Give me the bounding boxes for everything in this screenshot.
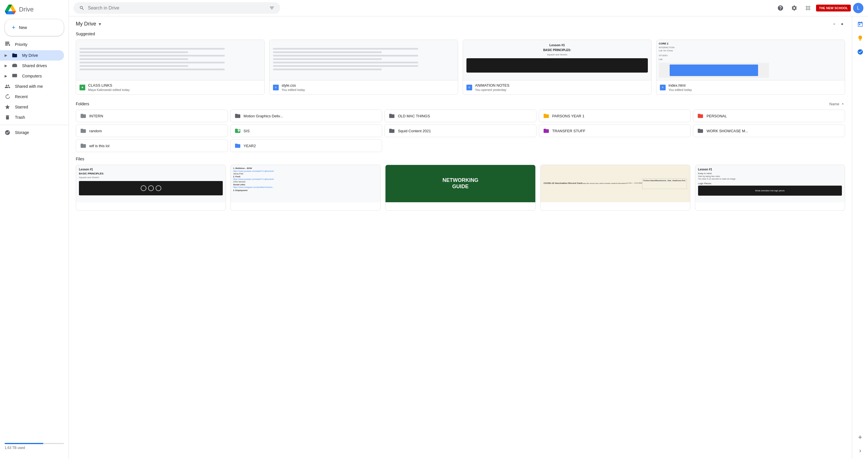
folder-transfer[interactable]: TRANSFER STUFF bbox=[539, 125, 691, 137]
storage-used-label: 1.63 TB used bbox=[5, 446, 64, 450]
folder-work-showcase[interactable]: WORK SHOWCASE M... bbox=[693, 125, 845, 137]
file-thumb-preview-networking: NETWORKINGGUIDE bbox=[385, 165, 535, 202]
search-input[interactable] bbox=[88, 5, 266, 11]
folder-squid[interactable]: Squid Content 2021 bbox=[384, 125, 536, 137]
file-thumb-5[interactable]: Lesson #1 Keep in mind: Start by taking … bbox=[695, 165, 845, 210]
new-button[interactable]: + New bbox=[5, 19, 64, 36]
files-grid: Lesson #1 BASIC PRINCIPLES: Squash and S… bbox=[76, 165, 845, 210]
suggested-grid: ✦ CLASS LINKS Maya Kalinowski edited tod… bbox=[76, 40, 845, 95]
trash-icon bbox=[5, 114, 10, 120]
file-card-preview-2 bbox=[270, 40, 458, 80]
file-card-index-html[interactable]: CORE 2 INTERACTION: Lok Yin Chow STUDIO:… bbox=[656, 40, 845, 95]
right-panel-next-icon[interactable] bbox=[855, 445, 866, 457]
folder-sis[interactable]: SIS bbox=[230, 125, 382, 137]
file-card-info-2: ≡ style.css You edited today bbox=[270, 80, 458, 94]
folders-section-title: Folders bbox=[76, 102, 89, 106]
file-card-style-css[interactable]: ≡ style.css You edited today bbox=[269, 40, 458, 95]
storage-icon bbox=[5, 130, 10, 135]
sidebar-item-my-drive[interactable]: ▶ My Drive bbox=[0, 50, 64, 61]
drive-title: My Drive ▼ bbox=[76, 21, 102, 27]
folder-intern[interactable]: INTERN bbox=[76, 109, 228, 122]
svg-rect-4 bbox=[12, 64, 17, 67]
file-thumb-preview-2: 1. Multidose – BOW https://www.youtube.c… bbox=[231, 165, 380, 202]
info-icon[interactable] bbox=[839, 21, 845, 27]
sidebar-label-priority: Priority bbox=[15, 42, 28, 47]
storage-bar bbox=[5, 443, 64, 444]
folder-icon-year2 bbox=[235, 142, 241, 149]
list-view-icon[interactable] bbox=[831, 21, 837, 27]
sidebar-item-priority[interactable]: Priority bbox=[0, 38, 64, 50]
sidebar-item-computers[interactable]: ▶ Computers bbox=[0, 71, 64, 81]
main-area: THE NEW SCHOOL L My Drive ▼ Suggested bbox=[69, 0, 868, 459]
avatar[interactable]: L bbox=[853, 3, 863, 13]
plus-icon: + bbox=[12, 24, 16, 31]
file-card-preview-4: CORE 2 INTERACTION: Lok Yin Chow STUDIO:… bbox=[656, 40, 845, 80]
file-thumb-2[interactable]: 1. Multidose – BOW https://www.youtube.c… bbox=[230, 165, 381, 210]
file-card-name-3: ANIMATION NOTES bbox=[475, 83, 648, 88]
file-card-animation-notes[interactable]: Lesson #1 BASIC PRINCIPLES: Squash and S… bbox=[463, 40, 652, 95]
sort-arrow-icon bbox=[840, 102, 845, 106]
right-panel-tasks-icon[interactable] bbox=[855, 46, 866, 58]
right-panel-add-icon[interactable]: + bbox=[855, 431, 866, 443]
right-panel-calendar-icon[interactable] bbox=[855, 19, 866, 30]
app-name: Drive bbox=[19, 6, 34, 13]
priority-icon bbox=[5, 41, 10, 48]
expand-arrow-computers: ▶ bbox=[5, 74, 7, 78]
sidebar-label-shared-with-me: Shared with me bbox=[15, 84, 43, 89]
file-thumb-covid[interactable]: COVID-19 Vaccination Record Card Keep th… bbox=[540, 165, 690, 210]
file-card-name-1: CLASS LINKS bbox=[88, 83, 261, 88]
file-thumb-networking[interactable]: NETWORKINGGUIDE bbox=[385, 165, 535, 210]
sidebar-item-shared-with-me[interactable]: Shared with me bbox=[0, 81, 64, 92]
filter-sliders-icon[interactable] bbox=[269, 5, 274, 11]
file-card-text-3: ANIMATION NOTES You opened yesterday bbox=[475, 83, 648, 92]
folder-icon-intern bbox=[80, 113, 86, 119]
new-school-badge[interactable]: THE NEW SCHOOL bbox=[816, 5, 851, 11]
help-button[interactable] bbox=[775, 2, 786, 14]
shared-drives-icon bbox=[12, 63, 18, 69]
file-thumb-preview-1: Lesson #1 BASIC PRINCIPLES: Squash and S… bbox=[76, 165, 226, 202]
file-card-text-1: CLASS LINKS Maya Kalinowski edited today bbox=[88, 83, 261, 92]
folder-motion-graphics[interactable]: Motion Graphics Deliv... bbox=[230, 109, 382, 122]
sidebar-item-shared-drives[interactable]: ▶ Shared drives bbox=[0, 61, 64, 71]
starred-icon bbox=[5, 104, 10, 110]
settings-button[interactable] bbox=[788, 2, 800, 14]
my-drive-icon bbox=[12, 53, 18, 58]
sidebar-label-trash: Trash bbox=[15, 115, 25, 120]
sidebar-item-recent[interactable]: Recent bbox=[0, 92, 64, 102]
file-thumb-preview-covid: COVID-19 Vaccination Record Card Keep th… bbox=[540, 165, 690, 202]
file-thumb-1[interactable]: Lesson #1 BASIC PRINCIPLES: Squash and S… bbox=[76, 165, 226, 210]
folder-name-squid: Squid Content 2021 bbox=[398, 129, 431, 133]
file-card-class-links[interactable]: ✦ CLASS LINKS Maya Kalinowski edited tod… bbox=[76, 40, 265, 95]
svg-rect-0 bbox=[5, 42, 9, 42]
file-card-info-4: ≡ index.html You edited today bbox=[656, 80, 845, 94]
folder-name-random: random bbox=[89, 129, 102, 133]
file-card-text-2: style.css You edited today bbox=[282, 83, 454, 92]
drive-dropdown-arrow[interactable]: ▼ bbox=[98, 22, 102, 26]
folder-old-mac[interactable]: OLD MAC THINGS bbox=[384, 109, 536, 122]
folder-icon-motion-graphics bbox=[235, 113, 241, 119]
sidebar-label-my-drive: My Drive bbox=[22, 53, 38, 58]
class-links-icon: ✦ bbox=[80, 85, 85, 90]
sidebar: Drive + New Priority ▶ My Drive ▶ Shared… bbox=[0, 0, 69, 459]
right-panel-notes-icon[interactable] bbox=[855, 32, 866, 44]
folder-personal[interactable]: PERSONAL bbox=[693, 109, 845, 122]
sidebar-item-storage[interactable]: Storage bbox=[0, 127, 64, 138]
folder-year2[interactable]: YEAR2 bbox=[230, 139, 382, 152]
folder-random[interactable]: random bbox=[76, 125, 228, 137]
folder-name-parsons: PARSONS YEAR 1 bbox=[552, 114, 584, 118]
sidebar-item-trash[interactable]: Trash bbox=[0, 112, 64, 123]
sidebar-label-recent: Recent bbox=[15, 94, 28, 99]
sidebar-item-starred[interactable]: Starred bbox=[0, 102, 64, 112]
folder-wtf[interactable]: wtf is this lol bbox=[76, 139, 228, 152]
file-card-subtitle-2: You edited today bbox=[282, 88, 454, 92]
folder-name-motion-graphics: Motion Graphics Deliv... bbox=[244, 114, 283, 118]
apps-button[interactable] bbox=[802, 2, 814, 14]
file-card-subtitle-4: You edited today bbox=[669, 88, 841, 92]
folder-parsons[interactable]: PARSONS YEAR 1 bbox=[539, 109, 691, 122]
sidebar-header: Drive bbox=[0, 2, 69, 19]
folders-header: Folders Name bbox=[76, 102, 845, 106]
folder-name-old-mac: OLD MAC THINGS bbox=[398, 114, 430, 118]
files-section-title: Files bbox=[76, 157, 845, 161]
sort-label[interactable]: Name bbox=[829, 102, 845, 106]
new-button-label: New bbox=[19, 25, 27, 30]
